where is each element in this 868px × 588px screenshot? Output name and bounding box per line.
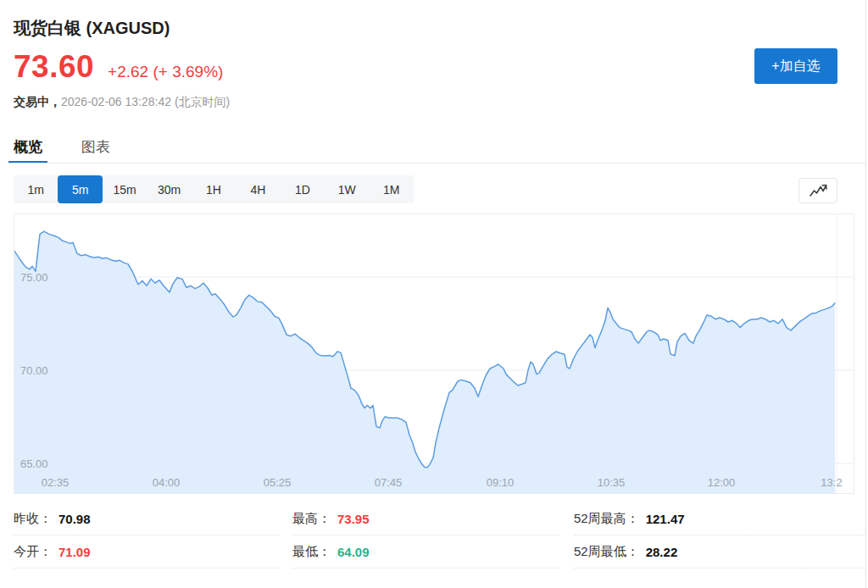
- interval-button-15m[interactable]: 15m: [103, 175, 147, 203]
- current-price: 73.60: [14, 49, 94, 85]
- x-axis-label: 04:00: [153, 476, 181, 489]
- stat-label: 52周最低：: [574, 544, 639, 560]
- trading-status: 交易中，: [14, 95, 61, 108]
- interval-button-1W[interactable]: 1W: [325, 175, 369, 203]
- status-row: 交易中，2026-02-06 13:28:42 (北京时间): [14, 95, 230, 110]
- interval-button-5m[interactable]: 5m: [58, 175, 102, 203]
- stat-value: 70.98: [58, 512, 91, 526]
- stat-label: 52周最高：: [574, 511, 639, 527]
- interval-button-1m[interactable]: 1m: [14, 175, 58, 203]
- interval-button-1H[interactable]: 1H: [192, 175, 236, 203]
- quote-timestamp: 2026-02-06 13:28:42 (北京时间): [61, 95, 230, 108]
- stat-column: 最高：73.95最低：64.09: [292, 502, 559, 569]
- stat-label: 今开：: [14, 544, 52, 560]
- tab-chart[interactable]: 图表: [75, 134, 117, 161]
- interval-button-1M[interactable]: 1M: [370, 175, 414, 203]
- stat-value: 73.95: [337, 512, 370, 526]
- stat-value: 28.22: [646, 545, 678, 559]
- y-axis-label: 70.00: [20, 364, 48, 377]
- x-axis-label: 10:35: [598, 476, 626, 489]
- chart-type-button[interactable]: [798, 178, 837, 203]
- stat-row: 今开：71.09: [14, 535, 280, 569]
- page-title: 现货白银 (XAGUSD): [14, 17, 170, 40]
- stat-value: 64.09: [337, 545, 370, 559]
- x-axis-label: 13:2: [821, 476, 842, 489]
- price-change: +2.62 (+ 3.69%): [108, 63, 223, 81]
- stat-label: 昨收：: [14, 511, 52, 527]
- stat-row: 最低：64.09: [292, 535, 559, 569]
- stat-value: 71.09: [58, 545, 91, 559]
- y-axis-label: 75.00: [20, 271, 48, 284]
- interval-button-4H[interactable]: 4H: [236, 175, 280, 203]
- x-axis-label: 02:35: [42, 476, 70, 489]
- interval-button-30m[interactable]: 30m: [147, 175, 191, 203]
- price-chart[interactable]: 75.0070.0065.0002:3504:0005:2507:4509:10…: [14, 214, 854, 494]
- quote-page: 现货白银 (XAGUSD) 73.60 +2.62 (+ 3.69%) 交易中，…: [0, 0, 868, 588]
- content-right-divider: [865, 0, 866, 588]
- x-axis-label: 07:45: [375, 476, 403, 489]
- y-axis-label: 65.00: [20, 458, 48, 470]
- x-axis-label: 09:10: [487, 476, 515, 489]
- stat-label: 最低：: [292, 544, 331, 560]
- add-watchlist-button[interactable]: +加自选: [754, 48, 837, 84]
- stat-row: 最高：73.95: [292, 502, 559, 535]
- line-chart-icon: [808, 183, 828, 198]
- stat-row: 52周最高：121.47: [574, 502, 865, 535]
- stat-value: 121.47: [646, 512, 685, 526]
- stat-label: 最高：: [292, 511, 331, 527]
- interval-toolbar: 1m5m15m30m1H4H1D1W1M: [14, 175, 414, 203]
- tabs-divider: [7, 163, 865, 164]
- chart-area-fill: [14, 231, 835, 493]
- stat-column: 昨收：70.98今开：71.09: [14, 502, 280, 569]
- tab-bar: 概览 图表: [7, 134, 117, 161]
- x-axis-label: 12:00: [708, 476, 736, 489]
- tab-overview[interactable]: 概览: [7, 134, 49, 161]
- stat-row: 昨收：70.98: [14, 502, 280, 535]
- price-row: 73.60 +2.62 (+ 3.69%): [14, 49, 223, 85]
- x-axis-label: 05:25: [264, 476, 292, 489]
- stat-column: 52周最高：121.4752周最低：28.22: [574, 502, 865, 569]
- interval-button-1D[interactable]: 1D: [281, 175, 325, 203]
- stat-row: 52周最低：28.22: [574, 535, 865, 569]
